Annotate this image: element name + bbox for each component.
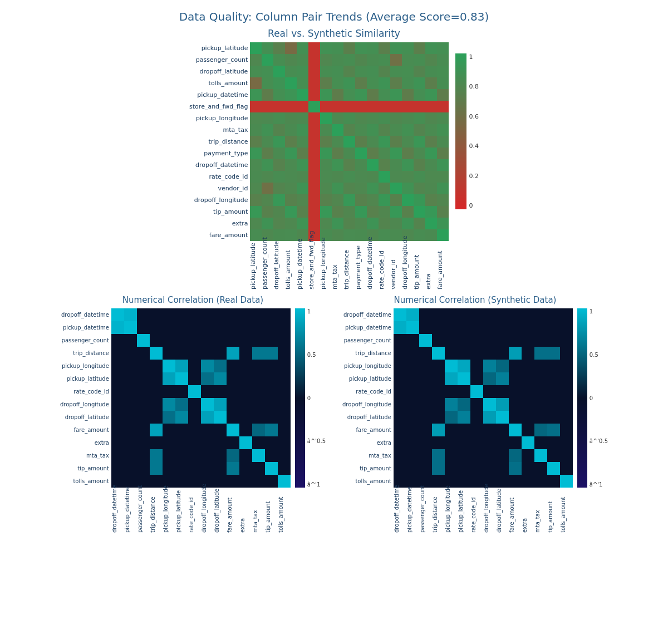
similarity-colorbar-ticks: 1 0.8 0.6 0.4 0.2 0 xyxy=(469,53,479,209)
real-colorbar-ticks: 1 0.5 0 â^'0.5 â^'1 xyxy=(307,308,326,488)
real-corr-inner: dropoff_datetimepickup_datetimepassenger… xyxy=(60,308,326,533)
real-corr-y-labels: dropoff_datetimepickup_datetimepassenger… xyxy=(60,308,111,488)
synth-colorbar: 1 0.5 0 â^'0.5 â^'1 xyxy=(577,308,608,488)
similarity-title: Real vs. Synthetic Similarity xyxy=(268,28,400,39)
similarity-matrix: pickup_latitudepassenger_countdropoff_la… xyxy=(250,42,449,289)
similarity-x-labels: pickup_latitudepassenger_countdropoff_la… xyxy=(250,242,449,289)
similarity-heatmap: Real vs. Synthetic Similarity pickup_lat… xyxy=(189,28,479,289)
synth-corr-x-labels: dropoff_datetimepickup_datetimepassenger… xyxy=(394,491,573,533)
real-corr-matrix-wrap: dropoff_datetimepickup_datetimepassenger… xyxy=(111,308,291,533)
similarity-colorbar-gradient xyxy=(455,53,466,209)
real-corr-block: Numerical Correlation (Real Data) dropof… xyxy=(60,295,326,533)
similarity-y-labels: pickup_latitudepassenger_countdropoff_la… xyxy=(189,42,250,241)
similarity-colorbar xyxy=(455,53,466,209)
page-title: Data Quality: Column Pair Trends (Averag… xyxy=(179,10,489,23)
real-corr-canvas xyxy=(111,308,291,488)
real-colorbar: 1 0.5 0 â^'0.5 â^'1 xyxy=(295,308,326,488)
synth-corr-y-labels: dropoff_datetimepickup_datetimepassenger… xyxy=(342,308,394,488)
correlation-section: Numerical Correlation (Real Data) dropof… xyxy=(0,295,668,533)
real-corr-x-labels: dropoff_datetimepickup_datetimepassenger… xyxy=(111,491,291,533)
synth-corr-block: Numerical Correlation (Synthetic Data) d… xyxy=(342,295,608,533)
real-colorbar-gradient xyxy=(295,308,305,488)
synth-corr-canvas xyxy=(394,308,573,488)
real-corr-title: Numerical Correlation (Real Data) xyxy=(122,295,263,305)
similarity-section: Real vs. Synthetic Similarity pickup_lat… xyxy=(0,28,668,295)
synth-colorbar-ticks: 1 0.5 0 â^'0.5 â^'1 xyxy=(590,308,608,488)
similarity-canvas xyxy=(250,42,449,241)
synth-corr-matrix-wrap: dropoff_datetimepickup_datetimepassenger… xyxy=(394,308,573,533)
synth-corr-inner: dropoff_datetimepickup_datetimepassenger… xyxy=(342,308,608,533)
synth-colorbar-gradient xyxy=(577,308,587,488)
synth-corr-title: Numerical Correlation (Synthetic Data) xyxy=(394,295,557,305)
